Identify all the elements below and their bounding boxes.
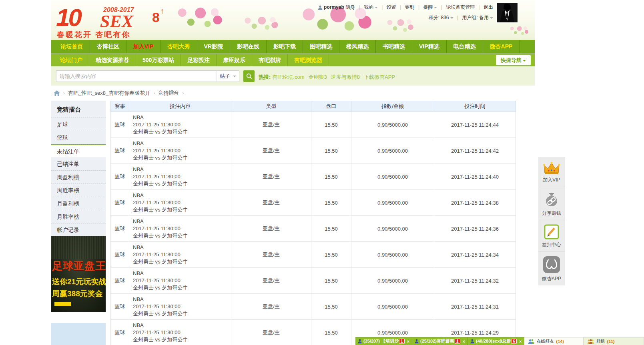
my-menu[interactable]: 我的 — [364, 4, 373, 10]
search-input[interactable] — [56, 71, 217, 81]
credits-menu[interactable]: 积分: 836 — [429, 15, 449, 20]
username-link[interactable]: pormyab — [324, 4, 344, 10]
cell-bet-time: 2017-11-25 11:24:40 — [434, 164, 516, 190]
primary-nav-item[interactable]: 楼凤精选 — [339, 40, 376, 53]
bet-match-time: 2017-11-25 11:30:00 — [133, 173, 227, 180]
bet-league: NBA — [133, 218, 227, 225]
sidebar-item[interactable]: 帐户记录 — [51, 223, 106, 237]
chat-tab[interactable]: (40/280)sex8总群 6 — [468, 337, 524, 345]
weixing-app-button[interactable]: 微杏APP — [538, 252, 565, 285]
nav-item-label: 电台精选 — [453, 43, 476, 50]
join-vip-button[interactable]: 加入VIP — [538, 157, 565, 187]
cell-odds-amount: 0.90/5000.00 — [351, 216, 434, 242]
hot-search-link[interactable]: 速度与激情8 — [331, 74, 360, 80]
bet-match-time: 2017-11-25 11:30:00 — [133, 277, 227, 284]
online-friends-tab[interactable]: 在线好友(14) — [524, 337, 584, 345]
secondary-nav-item[interactable]: 摩臣娱乐 — [217, 54, 252, 66]
primary-nav-item[interactable]: 杏博社区 — [90, 40, 126, 53]
hot-search-link[interactable]: 杏吧论坛.com — [272, 74, 304, 80]
quick-nav-button[interactable]: 快捷导航 — [496, 55, 531, 65]
table-row: 篮球 NBA 2017-11-25 11:30:00 金州勇士 vs 芝加哥公牛… — [111, 112, 516, 138]
primary-nav-item[interactable]: 书吧精选 — [376, 40, 412, 53]
sidebar-item[interactable]: 未结注单 — [51, 144, 106, 158]
close-icon[interactable] — [463, 339, 465, 344]
secondary-nav-item[interactable]: 杏吧棋牌 — [252, 54, 288, 66]
chat-tabs: (35/207) 【培训沙 1 (25/102)杏吧督察 1 (40/280)s… — [355, 337, 524, 345]
primary-nav-item[interactable]: 论坛首页 — [54, 40, 90, 53]
checkin-center-label: 签到中心 — [538, 241, 565, 248]
nav-item-label: 加入VIP — [133, 43, 154, 50]
hide-status-link[interactable]: 隐身 — [345, 4, 355, 10]
primary-nav-item[interactable]: VIP精选 — [412, 40, 447, 53]
breadcrumb-forum-link[interactable]: 杏吧_性吧_sex8_杏吧有你春暖花开 — [68, 90, 150, 97]
sidebar-item[interactable]: 已结注单 — [51, 158, 106, 171]
search-scope-select[interactable]: 帖子 — [217, 71, 239, 82]
forum-admin-link[interactable]: 论坛首页管理 — [446, 4, 475, 10]
site-logo[interactable]: 10 2008-2017 SEX 8 ↑ 春暖花开 杏吧有你 — [55, 2, 187, 39]
primary-nav-item[interactable]: 影吧在线 — [230, 40, 267, 53]
cell-sport: 篮球 — [111, 216, 129, 242]
search-button[interactable] — [243, 70, 255, 82]
table-row: 篮球 NBA 2017-11-25 11:30:00 金州勇士 vs 芝加哥公牛… — [111, 268, 516, 294]
cell-bet-content: NBA 2017-11-25 11:30:00 金州勇士 vs 芝加哥公牛 — [129, 294, 231, 320]
bet-league: NBA — [133, 114, 227, 121]
separator: | — [418, 4, 419, 10]
settings-link[interactable]: 设置 — [387, 4, 396, 10]
share-earn-button[interactable]: 分享赚钱 — [538, 187, 565, 220]
cell-bet-time: 2017-11-25 11:24:42 — [434, 138, 516, 164]
bet-match-teams: 金州勇士 vs 芝加哥公牛 — [133, 258, 227, 265]
bet-table-column-header: 投注时间 — [434, 101, 516, 112]
cell-bet-content: NBA 2017-11-25 11:30:00 金州勇士 vs 芝加哥公牛 — [129, 268, 231, 294]
bet-table-column-header: 赛事 — [111, 101, 129, 112]
close-icon[interactable] — [407, 339, 409, 344]
search-bar-row: 帖子 热搜:杏吧论坛.com金刚狼3速度与激情8下载微杏APP — [51, 66, 535, 86]
chat-tab-label: (35/207) 【培训沙 — [363, 338, 399, 344]
secondary-nav: 论坛门户精选资源推荐500万彩票站足彩投注摩臣娱乐杏吧棋牌杏吧浏览器 快捷导航 — [51, 54, 535, 66]
bet-match-time: 2017-11-25 11:30:00 — [133, 199, 227, 206]
hot-search-link[interactable]: 下载微杏APP — [364, 74, 395, 80]
avatar[interactable] — [496, 3, 518, 23]
secondary-nav-item[interactable]: 足彩投注 — [181, 54, 217, 66]
checkin-center-button[interactable]: 签到中心 — [538, 220, 565, 252]
sidebar-item[interactable]: 月盈利榜 — [51, 197, 106, 210]
sidebar-item[interactable]: 周盈利榜 — [51, 171, 106, 184]
sidebar-item-label: 足球 — [57, 121, 68, 128]
breadcrumb-current[interactable]: 竞猜擂台 — [158, 90, 179, 97]
groups-tab[interactable]: 群组(11) — [584, 337, 644, 345]
friends-icon — [528, 339, 534, 344]
sidebar-item[interactable]: 周胜率榜 — [51, 184, 106, 197]
chat-tab[interactable]: (35/207) 【培训沙 1 — [355, 337, 412, 345]
secondary-nav-item[interactable]: 杏吧浏览器 — [288, 54, 329, 66]
sidebar-item[interactable]: 月胜率榜 — [51, 210, 106, 223]
sidebar-item[interactable]: 足球 — [51, 118, 106, 131]
primary-nav-item[interactable]: VR影院 — [197, 40, 230, 53]
chat-tab[interactable]: (25/102)杏吧督察 1 — [412, 337, 468, 345]
sidebar-item[interactable]: 篮球 — [51, 131, 106, 144]
cell-bet-type: 亚盘/主 — [231, 164, 311, 190]
primary-nav-item[interactable]: 图吧精选 — [303, 40, 339, 53]
primary-nav-item[interactable]: 加入VIP — [126, 40, 161, 53]
quick-nav-label: 快捷导航 — [501, 57, 522, 63]
cell-bet-time: 2017-11-25 11:24:31 — [434, 294, 516, 320]
close-icon[interactable] — [519, 339, 522, 344]
checkin-link[interactable]: 签到 — [405, 4, 415, 10]
secondary-nav-item[interactable]: 论坛门户 — [54, 54, 89, 66]
primary-nav-item[interactable]: 影吧下载 — [267, 40, 303, 53]
primary-nav-item[interactable]: 杏吧大秀 — [161, 40, 197, 53]
bet-league: NBA — [133, 166, 227, 173]
primary-nav-item[interactable]: 微杏APP — [483, 40, 520, 53]
usergroup-menu[interactable]: 用户组: 备用 — [462, 15, 489, 20]
secondary-nav-item[interactable]: 精选资源推荐 — [89, 54, 136, 66]
ad-banner[interactable]: 足球亚盘王 送你21元玩实战 周赢388元奖金 — [51, 236, 106, 312]
reminder-menu[interactable]: 提醒 — [423, 4, 433, 10]
home-icon[interactable] — [54, 90, 60, 96]
sidebar-menu: 足球篮球未结注单已结注单周盈利榜周胜率榜月盈利榜月胜率榜帐户记录 — [51, 118, 106, 237]
logout-link[interactable]: 退出 — [484, 4, 493, 10]
table-row: 篮球 NBA 2017-11-25 11:30:00 金州勇士 vs 芝加哥公牛… — [111, 138, 516, 164]
primary-nav-item[interactable]: 电台精选 — [447, 40, 483, 53]
unread-badge: 1 — [399, 339, 405, 344]
cell-odds-amount: 0.90/5000.00 — [351, 190, 434, 216]
secondary-nav-item[interactable]: 500万彩票站 — [136, 54, 181, 66]
cell-sport: 篮球 — [111, 138, 129, 164]
hot-search-link[interactable]: 金刚狼3 — [309, 74, 327, 80]
